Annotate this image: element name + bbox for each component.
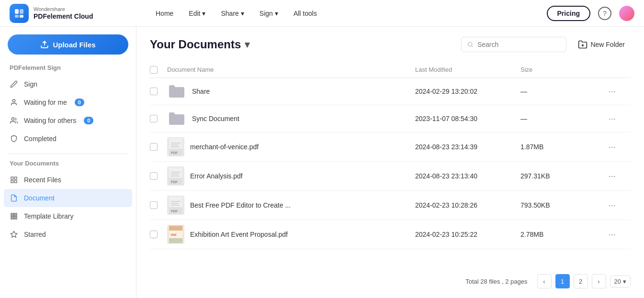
sidebar-template-library-label: Template Library — [24, 212, 74, 220]
more-options-button[interactable]: ··· — [607, 112, 618, 125]
chevron-down-icon: ▾ — [241, 10, 244, 17]
row-checkbox[interactable] — [150, 115, 158, 122]
row-checkbox[interactable] — [150, 172, 158, 180]
sidebar: Upload Files PDFelement Sign Sign Waitin… — [0, 27, 136, 298]
svg-rect-0 — [15, 9, 19, 14]
svg-rect-7 — [11, 177, 13, 179]
document-table: Document Name Last Modified Size Share 2… — [150, 62, 631, 268]
folder-icon — [167, 83, 186, 100]
template-library-icon — [10, 212, 18, 221]
col-modified: Last Modified — [415, 66, 520, 74]
next-page-button[interactable]: › — [592, 274, 606, 288]
document-icon — [10, 194, 18, 202]
file-name: Share — [192, 88, 210, 95]
svg-rect-10 — [11, 180, 13, 183]
content-area: Your Documents ▾ New Folder — [136, 27, 644, 298]
content-header: Your Documents ▾ New Folder — [150, 36, 631, 53]
row-checkbox[interactable] — [150, 88, 158, 95]
avatar[interactable] — [619, 6, 634, 21]
svg-rect-1 — [20, 9, 23, 14]
sidebar-divider — [8, 154, 128, 154]
file-name: Best Free PDF Editor to Create ... — [190, 201, 291, 209]
search-input-wrap[interactable] — [461, 37, 566, 52]
row-checkbox[interactable] — [150, 143, 158, 151]
sidebar-item-document[interactable]: Document — [4, 189, 132, 207]
more-options-button[interactable]: ··· — [607, 140, 618, 154]
sign-icon — [10, 80, 18, 88]
content-title[interactable]: Your Documents ▾ — [150, 38, 249, 51]
sidebar-waiting-for-others-label: Waiting for others — [24, 117, 76, 124]
svg-rect-3 — [20, 15, 23, 18]
file-rows: Share 2024-02-29 13:20:02 — ··· Sync Doc… — [150, 78, 631, 249]
more-options-button[interactable]: ··· — [607, 228, 618, 241]
file-size: 1.87MB — [520, 143, 607, 151]
file-name-cell: Share — [167, 83, 415, 100]
more-options-button[interactable]: ··· — [607, 85, 618, 98]
more-options-button[interactable]: ··· — [607, 199, 618, 212]
file-size: 2.78MB — [520, 231, 607, 238]
row-checkbox[interactable] — [150, 231, 158, 238]
chevron-down-icon: ▾ — [202, 10, 205, 17]
nav-sign[interactable]: Sign ▾ — [260, 10, 278, 17]
select-all-checkbox-cell — [150, 66, 167, 74]
sidebar-item-template-library[interactable]: Template Library — [0, 207, 136, 225]
file-modified: 2024-02-23 10:28:26 — [415, 201, 520, 209]
pricing-button[interactable]: Pricing — [547, 6, 590, 21]
new-folder-icon — [578, 40, 588, 49]
file-size: — — [520, 115, 607, 122]
sidebar-completed-label: Completed — [24, 135, 56, 143]
table-row: PDF Exhibition Art Event Proposal.pdf 20… — [150, 220, 631, 249]
upload-files-button[interactable]: Upload Files — [8, 34, 128, 55]
help-icon[interactable]: ? — [598, 7, 611, 20]
svg-line-22 — [472, 45, 473, 46]
new-folder-button[interactable]: New Folder — [572, 36, 631, 53]
file-modified: 2023-11-07 08:54:30 — [415, 115, 520, 122]
sidebar-item-waiting-for-me[interactable]: Waiting for me 0 — [0, 93, 136, 111]
prev-page-button[interactable]: ‹ — [537, 274, 552, 288]
pagination: Total 28 files , 2 pages ‹ 1 2 › 20 ▾ — [150, 268, 631, 288]
search-input[interactable] — [477, 41, 560, 48]
svg-marker-20 — [11, 231, 17, 237]
table-header: Document Name Last Modified Size — [150, 62, 631, 78]
file-name: Error Analysis.pdf — [190, 172, 243, 180]
file-modified: 2024-08-23 23:13:40 — [415, 172, 520, 180]
select-all-checkbox[interactable] — [150, 66, 158, 74]
app-logo-icon[interactable] — [10, 4, 29, 23]
nav-home[interactable]: Home — [156, 10, 173, 17]
svg-point-6 — [11, 118, 14, 120]
svg-rect-45 — [169, 238, 182, 243]
pdf-color-icon: PDF — [167, 225, 184, 244]
sidebar-item-recent-files[interactable]: Recent Files — [0, 171, 136, 189]
more-options-button[interactable]: ··· — [607, 169, 618, 183]
page-1-button[interactable]: 1 — [555, 274, 570, 288]
logo-text: Wondershare PDFelement Cloud — [34, 6, 93, 21]
sidebar-item-starred[interactable]: Starred — [0, 225, 136, 243]
row-checkbox[interactable] — [150, 201, 158, 209]
completed-icon — [10, 134, 18, 143]
file-modified: 2024-02-23 10:25:22 — [415, 231, 520, 238]
svg-rect-19 — [15, 218, 17, 219]
sidebar-item-completed[interactable]: Completed — [0, 130, 136, 148]
brand-name: Wondershare — [34, 6, 93, 12]
sidebar-item-sign[interactable]: Sign — [0, 75, 136, 93]
file-name-cell: PDF Best Free PDF Editor to Create ... — [167, 196, 415, 215]
nav-edit[interactable]: Edit ▾ — [189, 10, 205, 17]
docs-section-label: Your Documents — [0, 160, 136, 171]
file-name-cell: PDF Exhibition Art Event Proposal.pdf — [167, 225, 415, 244]
svg-rect-18 — [13, 218, 15, 219]
sidebar-recent-files-label: Recent Files — [24, 176, 61, 184]
main-layout: Upload Files PDFelement Sign Sign Waitin… — [0, 27, 644, 298]
waiting-for-others-icon — [10, 116, 18, 125]
nav-share[interactable]: Share ▾ — [221, 10, 244, 17]
per-page-select[interactable]: 20 ▾ — [610, 276, 631, 287]
file-modified: 2024-02-29 13:20:02 — [415, 88, 520, 95]
sidebar-item-waiting-for-others[interactable]: Waiting for others 0 — [0, 111, 136, 130]
sidebar-waiting-for-me-label: Waiting for me — [24, 99, 67, 106]
search-icon — [467, 41, 474, 48]
nav-all-tools[interactable]: All tools — [294, 10, 317, 17]
file-name-cell: PDF merchant-of-venice.pdf — [167, 137, 415, 156]
svg-point-5 — [12, 99, 15, 102]
svg-rect-2 — [15, 15, 19, 18]
file-size: 793.50KB — [520, 201, 607, 209]
page-2-button[interactable]: 2 — [574, 274, 588, 288]
